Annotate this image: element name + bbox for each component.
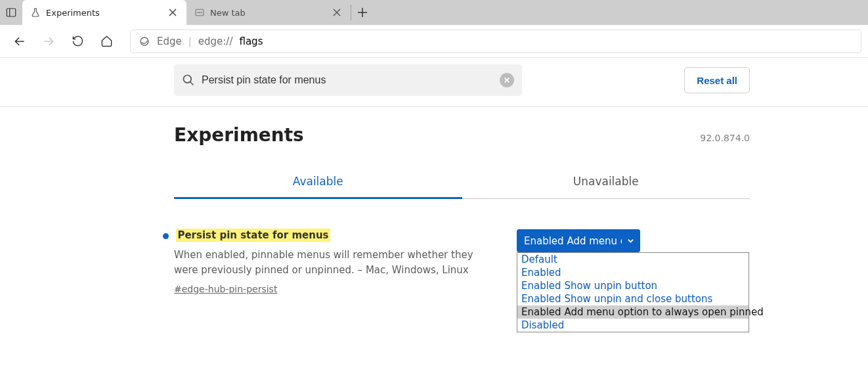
svg-point-7 <box>201 12 202 12</box>
flag-option-enabled[interactable]: Enabled <box>517 266 749 279</box>
refresh-button[interactable] <box>64 28 91 55</box>
svg-point-15 <box>184 76 192 83</box>
search-icon <box>182 74 195 87</box>
flag-select[interactable]: Enabled Add menu op <box>517 229 640 252</box>
flag-entry: Persist pin state for menus When enabled… <box>163 229 750 294</box>
chevron-down-icon <box>627 237 634 244</box>
arrow-left-icon <box>13 35 26 48</box>
flag-option-show-unpin[interactable]: Enabled Show unpin button <box>517 279 749 292</box>
addr-url-bold: flags <box>239 35 263 47</box>
svg-rect-0 <box>7 9 16 16</box>
tab-available[interactable]: Available <box>174 166 462 199</box>
addr-brand: Edge <box>157 35 182 47</box>
tab-actions-icon <box>5 7 17 18</box>
addr-url-prefix: edge:// <box>198 35 233 47</box>
search-box <box>174 64 522 96</box>
flag-hash-link[interactable]: #edge-hub-pin-persist <box>174 284 490 294</box>
reset-all-button[interactable]: Reset all <box>684 67 750 93</box>
flag-select-dropdown: Default Enabled Enabled Show unpin butto… <box>517 252 749 332</box>
flag-select-label: Enabled Add menu op <box>524 235 622 247</box>
addr-separator: | <box>188 35 192 47</box>
edge-logo-icon <box>139 35 150 47</box>
page-content: Reset all Experiments 92.0.874.0 Availab… <box>0 58 868 294</box>
tab-strip: Experiments New tab <box>0 0 868 25</box>
svg-point-5 <box>198 12 198 12</box>
tab-title: New tab <box>210 8 326 18</box>
close-icon <box>333 9 341 16</box>
tab-experiments[interactable]: Experiments <box>22 0 186 25</box>
address-bar[interactable]: Edge | edge://flags <box>130 30 861 53</box>
page-title: Experiments <box>174 124 304 146</box>
home-button[interactable] <box>93 28 119 55</box>
search-input[interactable] <box>202 74 493 86</box>
close-icon <box>504 77 510 83</box>
new-tab-button[interactable] <box>351 0 374 25</box>
tab-close-button[interactable] <box>167 7 179 18</box>
modified-dot-icon <box>163 233 169 239</box>
refresh-icon <box>72 35 84 47</box>
svg-line-16 <box>190 82 194 85</box>
search-row: Reset all <box>0 64 868 107</box>
flag-option-default[interactable]: Default <box>517 253 749 266</box>
clear-search-button[interactable] <box>500 73 514 87</box>
flag-option-always-pinned[interactable]: Enabled Add menu option to always open p… <box>517 305 749 319</box>
svg-point-6 <box>199 12 200 12</box>
flag-title-row: Persist pin state for menus <box>163 229 490 241</box>
flag-title: Persist pin state for menus <box>176 229 330 242</box>
close-icon <box>169 9 177 16</box>
tab-newtab[interactable]: New tab <box>186 0 351 25</box>
flag-option-show-unpin-close[interactable]: Enabled Show unpin and close buttons <box>517 292 749 305</box>
forward-button[interactable] <box>35 28 62 55</box>
flag-tabs: Available Unavailable <box>174 166 750 199</box>
tab-title: Experiments <box>46 8 162 18</box>
flag-option-disabled[interactable]: Disabled <box>517 319 749 332</box>
version-text: 92.0.874.0 <box>700 133 750 143</box>
arrow-right-icon <box>42 35 55 48</box>
back-button[interactable] <box>7 28 33 55</box>
browser-toolbar: Edge | edge://flags <box>0 25 868 58</box>
home-icon <box>100 35 113 47</box>
flag-description: When enabled, pinnable menus will rememb… <box>174 248 490 279</box>
tab-unavailable[interactable]: Unavailable <box>462 166 750 198</box>
tab-close-button[interactable] <box>331 7 343 18</box>
tab-actions-button[interactable] <box>0 0 22 25</box>
header-row: Experiments 92.0.874.0 <box>0 107 868 146</box>
flag-info: Persist pin state for menus When enabled… <box>163 229 490 294</box>
newtab-favicon <box>194 7 205 18</box>
plus-icon <box>357 7 368 18</box>
flask-icon <box>30 7 41 18</box>
flag-control: Enabled Add menu op Default Enabled Enab… <box>517 229 750 294</box>
